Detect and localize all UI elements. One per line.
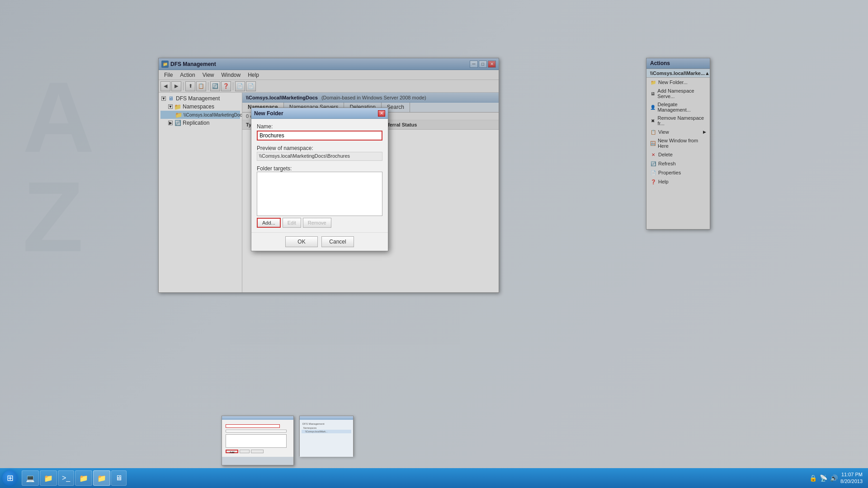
taskbar-tray: 🔒 📡 🔊 11:07 PM 8/20/2013	[804, 471, 868, 485]
tray-icon-lock[interactable]: 🔒	[809, 474, 817, 482]
start-orb: ⊞	[2, 470, 18, 486]
taskbar-item-0[interactable]: 💻	[22, 470, 39, 486]
preview-thumb-2[interactable]: DFS Management Namespaces \\Comsys.local…	[299, 416, 354, 456]
taskbar-items: 💻 📁 >_ 📁 📁 🖥	[20, 470, 804, 486]
taskbar: ⊞ 💻 📁 >_ 📁 📁 🖥 🔒 📡 🔊 11:07 PM 8/20/2013	[0, 468, 868, 488]
ok-button[interactable]: OK	[285, 236, 318, 247]
new-folder-dialog: New Folder ✕ Name: Preview of namespace:…	[251, 108, 388, 251]
preview-value: \\Comsys.local\MarketingDocs\Brochures	[257, 152, 382, 161]
tray-icon-volume[interactable]: 🔊	[830, 474, 838, 482]
remove-button[interactable]: Remove	[303, 218, 331, 228]
taskbar-item-4[interactable]: 📁	[93, 470, 110, 486]
dialog-close-button[interactable]: ✕	[378, 110, 385, 117]
preview-strip: Add DFS Management Namespaces \\Comsys.l…	[222, 416, 354, 465]
dialog-footer: OK Cancel	[251, 232, 388, 251]
dialog-overlay	[0, 0, 868, 488]
dialog-title-text: New Folder	[254, 110, 283, 117]
name-input[interactable]	[257, 131, 382, 141]
edit-button[interactable]: Edit	[283, 218, 301, 228]
name-label: Name:	[257, 123, 382, 130]
tray-icon-network[interactable]: 📡	[820, 474, 827, 482]
cancel-button[interactable]: Cancel	[321, 236, 354, 247]
tray-time: 11:07 PM	[841, 472, 863, 477]
folder-targets-label: Folder targets:	[257, 165, 382, 172]
tray-date: 8/20/2013	[840, 479, 863, 484]
preview-of-namespace-label: Preview of namespace:	[257, 145, 382, 151]
start-button[interactable]: ⊞	[0, 468, 20, 488]
preview-thumb-1[interactable]: Add	[222, 416, 294, 465]
taskbar-item-3[interactable]: 📁	[75, 470, 92, 486]
folder-targets-list	[257, 172, 382, 216]
taskbar-item-2[interactable]: >_	[58, 470, 74, 486]
tray-clock[interactable]: 11:07 PM 8/20/2013	[840, 471, 863, 485]
taskbar-item-1[interactable]: 📁	[40, 470, 57, 486]
dialog-title-bar: New Folder ✕	[251, 108, 388, 119]
add-button[interactable]: Add...	[257, 218, 281, 228]
dialog-body: Name: Preview of namespace: \\Comsys.loc…	[251, 119, 388, 232]
taskbar-item-5[interactable]: 🖥	[111, 470, 127, 486]
dialog-action-buttons: Add... Edit Remove	[257, 218, 382, 228]
